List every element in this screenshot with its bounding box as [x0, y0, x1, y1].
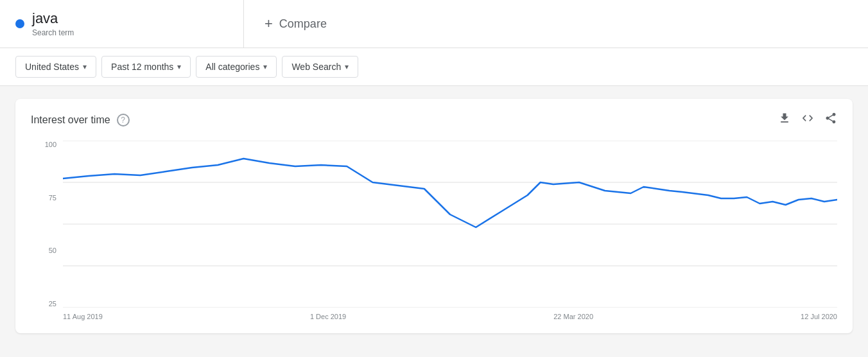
help-icon[interactable]: ?	[117, 114, 130, 126]
search-term-text: java	[32, 10, 74, 27]
search-term-box: java Search term	[0, 0, 244, 48]
x-label-aug2019: 11 Aug 2019	[63, 313, 103, 320]
time-range-label: Past 12 months	[111, 62, 173, 72]
x-label-jul2020: 12 Jul 2020	[801, 313, 837, 320]
search-dot-indicator	[15, 19, 24, 28]
chart-title-group: Interest over time ?	[31, 114, 130, 126]
chart-title-text: Interest over time	[31, 114, 110, 126]
search-type-filter[interactable]: Web Search ▾	[282, 56, 358, 78]
region-chevron: ▾	[83, 62, 87, 71]
x-label-mar2020: 22 Mar 2020	[553, 313, 593, 320]
category-chevron: ▾	[263, 62, 267, 71]
compare-plus-icon: +	[265, 15, 273, 32]
region-filter[interactable]: United States ▾	[15, 56, 96, 78]
share-icon[interactable]	[824, 112, 837, 128]
compare-button[interactable]: + Compare	[244, 0, 868, 48]
region-label: United States	[25, 62, 79, 72]
category-label: All categories	[205, 62, 259, 72]
embed-icon[interactable]	[801, 112, 814, 128]
y-axis: 100 75 50 25	[31, 141, 56, 308]
top-bar: java Search term + Compare	[0, 0, 868, 48]
chart-area: 100 75 50 25	[63, 141, 837, 308]
y-label-75: 75	[31, 194, 56, 202]
compare-label: Compare	[279, 17, 327, 31]
category-filter[interactable]: All categories ▾	[196, 56, 277, 78]
search-term-label: Search term	[32, 28, 74, 37]
x-axis: 11 Aug 2019 1 Dec 2019 22 Mar 2020 12 Ju…	[63, 313, 837, 320]
chart-header: Interest over time ?	[31, 112, 837, 128]
filter-bar: United States ▾ Past 12 months ▾ All cat…	[0, 48, 868, 86]
search-type-label: Web Search	[291, 62, 341, 72]
line-chart-svg	[63, 141, 837, 308]
download-icon[interactable]	[778, 112, 791, 128]
y-label-100: 100	[31, 141, 56, 148]
main-content: Interest over time ? 100	[0, 86, 868, 346]
time-range-chevron: ▾	[177, 62, 181, 71]
chart-actions	[778, 112, 837, 128]
time-range-filter[interactable]: Past 12 months ▾	[101, 56, 191, 78]
trend-line	[63, 159, 837, 227]
y-label-25: 25	[31, 300, 56, 308]
chart-card: Interest over time ? 100	[15, 99, 853, 333]
x-label-dec2019: 1 Dec 2019	[310, 313, 346, 320]
search-type-chevron: ▾	[345, 62, 349, 71]
y-label-50: 50	[31, 247, 56, 254]
